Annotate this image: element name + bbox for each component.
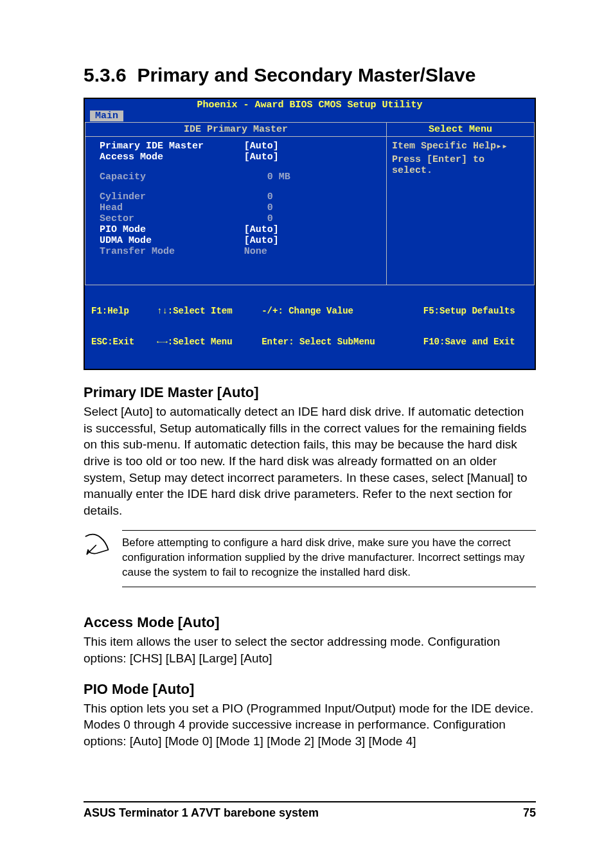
bios-right-header: Select Menu	[387, 123, 534, 137]
bios-setting-key: Cylinder	[100, 191, 244, 202]
bios-setting-key: Transfer Mode	[100, 246, 244, 257]
primary-ide-body: Select [Auto] to automatically detect an…	[84, 403, 536, 518]
bios-setting-row: PIO Mode[Auto]	[100, 224, 377, 235]
help-arrows-icon: ▸▸	[496, 140, 508, 152]
bios-setting-value: [Auto]	[244, 141, 377, 152]
note-block: Before attempting to configure a hard di…	[84, 530, 536, 587]
access-mode-heading: Access Mode [Auto]	[84, 614, 536, 631]
bios-footer-change-value: -/+: Change Value	[262, 306, 423, 316]
bios-setting-value: 0	[244, 202, 377, 213]
footer-left: ASUS Terminator 1 A7VT barebone system	[84, 806, 319, 820]
bios-help-body: Press [Enter] to select.	[392, 154, 529, 176]
bios-setting-row: Transfer ModeNone	[100, 246, 377, 257]
bios-setting-key: Primary IDE Master	[100, 141, 244, 152]
bios-footer-select-submenu: Enter: Select SubMenu	[262, 337, 423, 347]
bios-footer-save: F10:Save and Exit	[423, 337, 528, 347]
bios-footer-select-item: ↑↓:Select Item	[157, 306, 262, 316]
pio-mode-body: This option lets you set a PIO (Programm…	[84, 700, 536, 750]
bios-setting-row: Head 0	[100, 202, 377, 213]
bios-setting-key: Head	[100, 202, 244, 213]
bios-setting-value: 0	[244, 191, 377, 202]
bios-setting-key: UDMA Mode	[100, 235, 244, 246]
bios-screenshot: Phoenix - Award BIOS CMOS Setup Utility …	[84, 98, 536, 370]
bios-setting-row: Access Mode[Auto]	[100, 152, 377, 163]
bios-tabbar: Main	[85, 111, 535, 122]
pio-mode-heading: PIO Mode [Auto]	[84, 681, 536, 698]
footer-page-number: 75	[523, 806, 536, 820]
bios-setting-row: Primary IDE Master[Auto]	[100, 141, 377, 152]
bios-help-title: Item Specific Help▸▸	[392, 139, 529, 152]
access-mode-body: This item allows the user to select the …	[84, 633, 536, 666]
bios-setting-value: 0 MB	[244, 172, 377, 182]
bios-setting-key: PIO Mode	[100, 224, 244, 235]
bios-footer-defaults: F5:Setup Defaults	[423, 306, 528, 316]
bios-setting-row: Cylinder 0	[100, 191, 377, 202]
bios-left-header: IDE Primary Master	[85, 123, 386, 137]
bios-footer-select-menu: ←→:Select Menu	[157, 337, 262, 347]
note-text: Before attempting to configure a hard di…	[122, 536, 536, 580]
bios-footer: F1:Help ESC:Exit ↑↓:Select Item ←→:Selec…	[85, 285, 535, 369]
bios-setting-key: Access Mode	[100, 152, 244, 163]
bios-setting-key: Sector	[100, 213, 244, 224]
bios-setting-key: Capacity	[100, 172, 244, 182]
bios-setting-row: Sector 0	[100, 213, 377, 224]
bios-footer-exit: ESC:Exit	[91, 337, 157, 347]
bios-setting-value: [Auto]	[244, 224, 377, 235]
bios-utility-title: Phoenix - Award BIOS CMOS Setup Utility	[85, 99, 535, 111]
bios-footer-help: F1:Help	[91, 306, 157, 316]
page-footer: ASUS Terminator 1 A7VT barebone system 7…	[84, 801, 536, 820]
bios-left-pane: IDE Primary Master Primary IDE Master[Au…	[85, 122, 386, 285]
bios-tab-main: Main	[90, 111, 123, 121]
note-pencil-icon	[84, 530, 113, 558]
section-heading: 5.3.6 Primary and Secondary Master/Slave	[84, 64, 536, 86]
section-title-text: Primary and Secondary Master/Slave	[137, 64, 475, 85]
primary-ide-heading: Primary IDE Master [Auto]	[84, 384, 536, 401]
bios-setting-value: None	[244, 246, 377, 257]
section-number: 5.3.6	[84, 64, 127, 85]
bios-settings-list: Primary IDE Master[Auto]Access Mode[Auto…	[85, 137, 386, 285]
bios-setting-value: [Auto]	[244, 235, 377, 246]
bios-setting-value: 0	[244, 213, 377, 224]
bios-setting-row: Capacity 0 MB	[100, 172, 377, 182]
bios-setting-value: [Auto]	[244, 152, 377, 163]
bios-setting-row: UDMA Mode[Auto]	[100, 235, 377, 246]
bios-right-pane: Select Menu Item Specific Help▸▸ Press […	[386, 122, 535, 285]
